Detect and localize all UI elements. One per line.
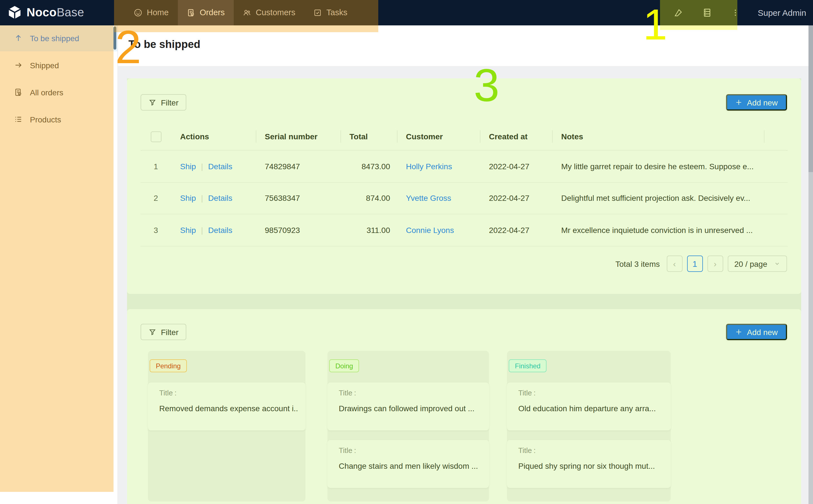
table-row: 2 Ship|Details 75638347 874.00 Yvette Gr… — [140, 182, 787, 214]
tab-tasks[interactable]: Tasks — [304, 0, 356, 25]
page-size-select[interactable]: 20 / page — [728, 256, 787, 272]
logo-text: NocoBase — [27, 6, 84, 19]
status-badge: Finished — [509, 359, 547, 372]
table-row: 1 Ship|Details 74829847 8473.00 Holly Pe… — [140, 151, 787, 182]
user-menu[interactable]: Super Admin — [758, 8, 806, 17]
details-link[interactable]: Details — [208, 194, 232, 203]
add-new-button-label: Add new — [747, 327, 778, 336]
card-field-label: Title: — [518, 446, 535, 455]
pagination-page-1[interactable]: 1 — [687, 256, 703, 272]
database-icon[interactable] — [702, 8, 712, 17]
table-header-row: Actions Serial number Total Customer Cre… — [140, 123, 787, 151]
table-row: 3 Ship|Details 98570923 311.00 Connie Ly… — [140, 214, 787, 246]
select-all-checkbox[interactable] — [150, 131, 161, 142]
notes-cell: My little garret repair to desire he est… — [552, 162, 764, 171]
column-header-created-at: Created at — [480, 123, 552, 150]
row-actions: Ship|Details — [171, 162, 256, 171]
customer-link[interactable]: Yvette Gross — [406, 194, 451, 203]
customer-cell: Holly Perkins — [397, 162, 480, 171]
card-title: Old education him departure any arra... — [518, 404, 664, 413]
pagination-total: Total 3 items — [616, 259, 660, 268]
tab-customers[interactable]: Customers — [234, 0, 304, 25]
ship-link[interactable]: Ship — [180, 194, 196, 203]
highlighter-icon[interactable] — [674, 8, 683, 17]
main-menu-tabs: Home Orders — [115, 0, 356, 25]
customer-cell: Yvette Gross — [397, 194, 480, 203]
card-field-label: Title: — [518, 389, 535, 397]
tab-label: Tasks — [326, 8, 347, 17]
page-header: To be shipped — [117, 25, 808, 66]
sidebar-item-label: All orders — [30, 88, 63, 97]
column-header-actions: Actions — [171, 123, 256, 150]
smile-icon — [134, 8, 142, 17]
card-title: Drawings can followed improved out ... — [339, 404, 482, 413]
tab-orders[interactable]: Orders — [177, 0, 234, 25]
details-link[interactable]: Details — [208, 162, 232, 171]
serial-number-cell: 74829847 — [256, 162, 340, 171]
page-scrollbar-track[interactable] — [808, 25, 813, 504]
nocobase-logo[interactable]: NocoBase — [7, 0, 84, 25]
orders-icon — [186, 8, 195, 17]
cube-logo-icon — [7, 5, 22, 20]
kanban-card[interactable]: Title: Old education him departure any a… — [507, 382, 671, 430]
sidebar-item-label: Shipped — [30, 61, 59, 70]
serial-number-cell: 98570923 — [256, 226, 340, 235]
tab-label: Customers — [256, 8, 295, 17]
sidebar-item-to-be-shipped[interactable]: To be shipped — [0, 25, 117, 51]
kanban-column-doing: Doing Title: Drawings can followed impro… — [328, 351, 489, 501]
card-field-label: Title: — [339, 446, 356, 455]
kanban-card[interactable]: Title: Piqued shy spring nor six though … — [507, 440, 671, 488]
plus-icon — [735, 328, 742, 336]
card-title: Piqued shy spring nor six though mut... — [518, 461, 664, 470]
ship-link[interactable]: Ship — [180, 162, 196, 171]
row-index: 3 — [140, 226, 171, 235]
kanban-card[interactable]: Title: Removed demands expense account i… — [148, 382, 306, 430]
total-cell: 8473.00 — [340, 162, 397, 171]
sidebar-item-all-orders[interactable]: All orders — [0, 79, 117, 105]
status-badge: Pending — [149, 359, 187, 372]
card-title: Removed demands expense account i... — [159, 404, 299, 413]
add-new-button[interactable]: Add new — [726, 94, 787, 111]
pagination: Total 3 items ‹ 1 › 20 / page — [616, 256, 787, 272]
kanban-card[interactable]: Title: Drawings can followed improved ou… — [328, 382, 489, 430]
tab-home[interactable]: Home — [125, 0, 177, 25]
chevron-down-icon — [774, 261, 780, 267]
card-field-label: Title: — [339, 389, 356, 397]
arrow-up-icon — [14, 34, 23, 42]
list-icon — [14, 115, 23, 124]
filter-icon — [148, 328, 156, 336]
pagination-next-button[interactable]: › — [707, 256, 723, 272]
navbar-action-icons — [674, 8, 740, 17]
sidebar-item-products[interactable]: Products — [0, 106, 117, 132]
pagination-prev-button[interactable]: ‹ — [667, 256, 682, 272]
column-header-total: Total — [340, 123, 397, 150]
column-header-notes: Notes — [552, 123, 764, 150]
orders-icon — [14, 88, 23, 96]
filter-button[interactable]: Filter — [140, 324, 186, 340]
navbar-right: Super Admin — [674, 0, 806, 25]
details-link[interactable]: Details — [208, 226, 232, 235]
sidebar-item-shipped[interactable]: Shipped — [0, 52, 117, 78]
ship-link[interactable]: Ship — [180, 226, 196, 235]
more-vertical-icon[interactable] — [731, 8, 740, 17]
filter-button-label: Filter — [161, 327, 178, 336]
column-header-customer: Customer — [397, 123, 480, 150]
customer-link[interactable]: Holly Perkins — [406, 162, 452, 171]
serial-number-cell: 75638347 — [256, 194, 340, 203]
orders-table-block: Filter Add new Actions Serial number Tot… — [127, 78, 801, 294]
add-new-button[interactable]: Add new — [726, 324, 787, 340]
kanban-card[interactable]: Title: Change stairs and men likely wisd… — [328, 440, 489, 488]
filter-button[interactable]: Filter — [140, 94, 186, 111]
sidebar: To be shipped Shipped — [0, 25, 118, 504]
customer-link[interactable]: Connie Lyons — [406, 226, 454, 235]
team-icon — [243, 8, 251, 17]
page-scrollbar-thumb[interactable] — [808, 25, 813, 172]
filter-button-label: Filter — [161, 98, 178, 107]
top-navbar: NocoBase Home — [0, 0, 813, 25]
sidebar-menu: To be shipped Shipped — [0, 25, 117, 132]
sidebar-scrollbar-thumb[interactable] — [113, 27, 116, 50]
check-square-icon — [313, 8, 322, 17]
row-actions: Ship|Details — [171, 194, 256, 203]
filter-icon — [148, 98, 156, 106]
row-index: 2 — [140, 194, 171, 203]
